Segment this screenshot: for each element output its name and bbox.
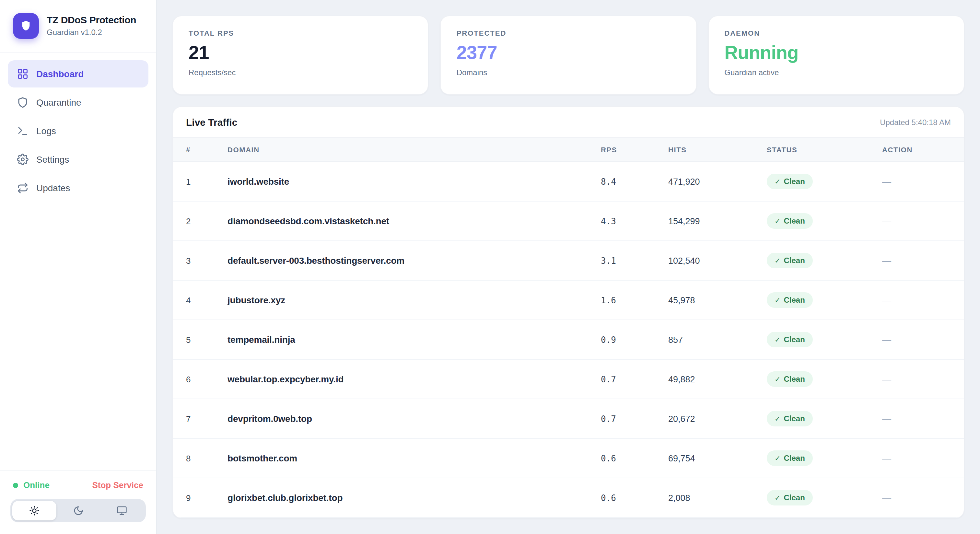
status-badge: ✓ Clean [767, 371, 813, 387]
column-header-status: STATUS [767, 138, 882, 162]
traffic-table-header-row: # DOMAIN RPS HITS STATUS ACTION [173, 138, 964, 162]
online-dot-icon [13, 483, 18, 488]
row-rps: 4.3 [601, 201, 668, 241]
sidebar-item-quarantine[interactable]: Quarantine [8, 89, 148, 116]
row-domain: iworld.website [228, 162, 601, 201]
stat-sub: Domains [457, 68, 681, 77]
shield-logo-icon [19, 19, 32, 32]
brand: TZ DDoS Protection Guardian v1.0.2 [0, 0, 156, 52]
service-status-row: Online Stop Service [10, 480, 146, 490]
app-root: TZ DDoS Protection Guardian v1.0.2 Dashb… [0, 0, 980, 534]
row-rank: 3 [173, 241, 228, 280]
monitor-icon [117, 505, 127, 516]
sidebar-item-logs[interactable]: Logs [8, 117, 148, 145]
stat-value: 2377 [457, 42, 681, 64]
theme-light-button[interactable] [12, 501, 56, 520]
status-badge-label: Clean [784, 256, 805, 265]
row-rank: 1 [173, 162, 228, 201]
table-row: 9 glorixbet.club.glorixbet.top 0.6 2,008… [173, 478, 964, 518]
row-rank: 9 [173, 478, 228, 518]
stat-label: PROTECTED [457, 29, 681, 37]
row-rps: 3.1 [601, 241, 668, 280]
check-icon: ✓ [775, 494, 780, 502]
row-action: — [882, 359, 964, 399]
row-hits: 102,540 [668, 241, 767, 280]
sidebar: TZ DDoS Protection Guardian v1.0.2 Dashb… [0, 0, 157, 534]
row-action: — [882, 241, 964, 280]
status-badge: ✓ Clean [767, 253, 813, 268]
row-domain: webular.top.expcyber.my.id [228, 359, 601, 399]
row-rps: 0.7 [601, 399, 668, 439]
check-icon: ✓ [775, 256, 780, 265]
sidebar-item-updates[interactable]: Updates [8, 174, 148, 202]
stat-label: DAEMON [724, 29, 948, 37]
row-hits: 35,514 [668, 518, 767, 518]
live-traffic-title: Live Traffic [186, 117, 237, 128]
online-status: Online [13, 480, 49, 490]
row-rps: 0.6 [601, 478, 668, 518]
theme-system-button[interactable] [100, 501, 144, 520]
row-action: — [882, 280, 964, 320]
status-badge-label: Clean [784, 335, 805, 344]
status-badge-label: Clean [784, 296, 805, 305]
table-row: 10 soulmodz.0web.top 0.4 35,514 ✓ Clean … [173, 518, 964, 518]
check-icon: ✓ [775, 296, 780, 304]
online-status-label: Online [23, 480, 49, 490]
row-rps: 8.4 [601, 162, 668, 201]
theme-dark-button[interactable] [56, 501, 100, 520]
row-rank: 4 [173, 280, 228, 320]
row-rank: 2 [173, 201, 228, 241]
app-logo [13, 13, 39, 39]
row-status: ✓ Clean [767, 399, 882, 439]
stat-value: Running [724, 42, 948, 64]
column-header-hits: HITS [668, 138, 767, 162]
table-row: 5 tempemail.ninja 0.9 857 ✓ Clean — [173, 320, 964, 359]
stop-service-button[interactable]: Stop Service [92, 480, 143, 490]
row-action: — [882, 320, 964, 359]
table-row: 7 devpritom.0web.top 0.7 20,672 ✓ Clean … [173, 399, 964, 439]
status-badge: ✓ Clean [767, 292, 813, 308]
moon-icon [73, 505, 83, 516]
sidebar-item-label: Logs [36, 126, 56, 136]
stat-label: TOTAL RPS [189, 29, 412, 37]
row-status: ✓ Clean [767, 359, 882, 399]
status-badge-label: Clean [784, 493, 805, 502]
row-action: — [882, 201, 964, 241]
row-domain: botsmother.com [228, 439, 601, 478]
row-hits: 2,008 [668, 478, 767, 518]
stat-card-total-rps: TOTAL RPS 21 Requests/sec [172, 16, 429, 95]
status-badge-label: Clean [784, 454, 805, 463]
live-traffic-card: Live Traffic Updated 5:40:18 AM # DOMAIN… [172, 106, 964, 518]
row-rps: 0.6 [601, 439, 668, 478]
table-row: 1 iworld.website 8.4 471,920 ✓ Clean — [173, 162, 964, 201]
status-badge-label: Clean [784, 216, 805, 226]
row-action: — [882, 439, 964, 478]
row-status: ✓ Clean [767, 280, 882, 320]
sidebar-item-label: Quarantine [36, 97, 81, 108]
table-row: 8 botsmother.com 0.6 69,754 ✓ Clean — [173, 439, 964, 478]
row-status: ✓ Clean [767, 518, 882, 518]
status-badge-label: Clean [784, 375, 805, 384]
sidebar-item-dashboard[interactable]: Dashboard [8, 60, 148, 87]
live-traffic-header: Live Traffic Updated 5:40:18 AM [173, 107, 964, 138]
row-hits: 857 [668, 320, 767, 359]
app-title: TZ DDoS Protection [47, 14, 136, 27]
table-row: 4 jubustore.xyz 1.6 45,978 ✓ Clean — [173, 280, 964, 320]
table-row: 2 diamondseedsbd.com.vistasketch.net 4.3… [173, 201, 964, 241]
row-status: ✓ Clean [767, 162, 882, 201]
row-hits: 69,754 [668, 439, 767, 478]
stat-card-daemon: DAEMON Running Guardian active [708, 16, 964, 95]
row-status: ✓ Clean [767, 478, 882, 518]
row-hits: 154,299 [668, 201, 767, 241]
sidebar-item-settings[interactable]: Settings [8, 146, 148, 173]
row-domain: jubustore.xyz [228, 280, 601, 320]
row-domain: default.server-003.besthostingserver.com [228, 241, 601, 280]
row-domain: tempemail.ninja [228, 320, 601, 359]
row-rank: 7 [173, 399, 228, 439]
stat-value: 21 [189, 42, 412, 64]
row-rps: 0.9 [601, 320, 668, 359]
column-header-domain: DOMAIN [228, 138, 601, 162]
column-header-rps: RPS [601, 138, 668, 162]
table-row: 6 webular.top.expcyber.my.id 0.7 49,882 … [173, 359, 964, 399]
sidebar-footer: Online Stop Service [0, 470, 156, 534]
